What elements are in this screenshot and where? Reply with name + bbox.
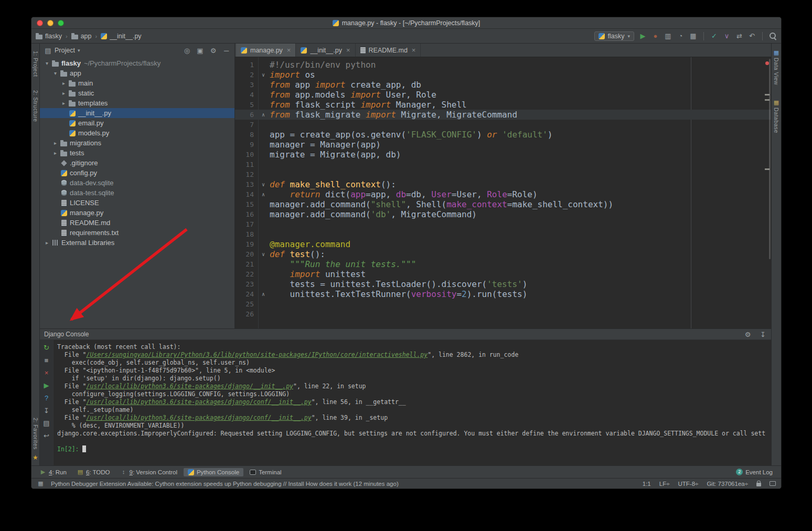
code-line[interactable]: 7 <box>235 120 771 130</box>
stacktrace-link[interactable]: /usr/local/lib/python3.6/site-packages/d… <box>86 414 311 421</box>
scroll-to-bottom-icon[interactable]: ↧ <box>759 331 767 338</box>
tree-item[interactable]: ▸tests <box>40 148 234 158</box>
tree-item[interactable]: config.py <box>40 168 234 178</box>
expander-icon[interactable]: ▸ <box>60 80 68 86</box>
expander-icon[interactable]: ▸ <box>51 140 59 146</box>
code-line[interactable]: 18 <box>235 229 771 239</box>
stop-icon[interactable]: ■ <box>42 357 50 364</box>
tree-item[interactable]: __init__.py <box>40 108 234 118</box>
code-line[interactable]: 26 <box>235 309 771 319</box>
fold-marker-icon[interactable]: ∧ <box>257 289 270 299</box>
stripe-label[interactable]: 2: Structure <box>33 90 39 122</box>
code-line[interactable]: 19@manager.command <box>235 239 771 249</box>
breadcrumb-item[interactable]: flasky <box>36 33 62 40</box>
code-line[interactable]: 14∧ return dict(app=app, db=db, User=Use… <box>235 189 771 199</box>
code-line[interactable]: 22 import unittest <box>235 269 771 279</box>
line-separator[interactable]: LF÷ <box>659 481 670 487</box>
tool-window-button[interactable]: ▤6: TODO <box>73 468 114 476</box>
vcs-compare-icon[interactable]: ⇄ <box>735 33 743 39</box>
code-line[interactable]: 17 <box>235 219 771 229</box>
code-line[interactable]: 3from app import create_app, db <box>235 80 771 90</box>
code-line[interactable]: 21 """Run the unit tests.""" <box>235 259 771 269</box>
code-line[interactable]: 8app = create_app(os.getenv('FLASK_CONFI… <box>235 130 771 140</box>
fold-marker-icon[interactable]: ∨ <box>257 249 270 259</box>
tree-item[interactable]: models.py <box>40 128 234 138</box>
tree-item[interactable]: data-dev.sqlite <box>40 178 234 188</box>
code-line[interactable]: 24∧ unittest.TextTestRunner(verbosity=2)… <box>235 289 771 299</box>
tree-item[interactable]: ▸main <box>40 78 234 88</box>
code-line[interactable]: 20∨def test(): <box>235 249 771 259</box>
stripe-item[interactable]: ▦Data View <box>773 50 781 85</box>
locate-icon[interactable]: ◎ <box>183 47 191 54</box>
code-line[interactable]: 16manager.add_command('db', MigrateComma… <box>235 209 771 219</box>
tree-item[interactable]: ▾flasky~/PycharmProjects/flasky <box>40 58 234 68</box>
console-output[interactable]: Traceback (most recent call last): File … <box>54 340 771 465</box>
chevron-down-icon[interactable]: ▾ <box>78 48 80 53</box>
code-line[interactable]: 13∨def make_shell_context(): <box>235 179 771 189</box>
rerun-icon[interactable]: ↻ <box>42 344 50 351</box>
stripe-item[interactable]: ▦Database <box>773 100 781 133</box>
hide-icon[interactable]: ─ <box>222 47 230 54</box>
stripe-label[interactable]: 1: Project <box>33 51 39 77</box>
tab-close-icon[interactable]: × <box>412 46 416 54</box>
fold-marker-icon[interactable]: ∨ <box>257 179 270 189</box>
code-line[interactable]: 1#!/usr/bin/env python <box>235 60 771 70</box>
git-branch[interactable]: Git: 737061ea÷ <box>707 481 748 487</box>
error-stripe-dot[interactable] <box>765 61 769 65</box>
code-line[interactable]: 12 <box>235 169 771 179</box>
zoom-button[interactable] <box>58 20 64 26</box>
vcs-commit-icon[interactable]: ✓ <box>710 33 718 39</box>
tree-item[interactable]: README.md <box>40 218 234 228</box>
tool-window-switcher-icon[interactable]: ▦ <box>37 481 45 486</box>
project-panel-title[interactable]: Project <box>55 47 75 54</box>
profiler-icon[interactable]: ◔ <box>677 33 685 39</box>
expander-icon[interactable]: ▾ <box>43 60 51 66</box>
code-line[interactable]: 5from flask_script import Manager, Shell <box>235 100 771 110</box>
tool-window-button[interactable]: Python Console <box>184 468 243 476</box>
tool-window-button[interactable]: ↕9: Version Control <box>116 468 181 476</box>
editor[interactable]: 1#!/usr/bin/env python2∨import os3from a… <box>235 57 771 328</box>
tree-item[interactable]: manage.py <box>40 208 234 218</box>
fold-marker-icon[interactable]: ∨ <box>257 70 270 80</box>
breadcrumb-item[interactable]: app <box>71 33 92 40</box>
run-icon[interactable]: ▶ <box>42 382 50 389</box>
breadcrumb-item[interactable]: __init__.py <box>101 33 141 40</box>
run-icon[interactable]: ▶ <box>639 33 647 39</box>
soft-wrap-icon[interactable]: ↩ <box>42 432 50 439</box>
encoding[interactable]: UTF-8÷ <box>678 481 699 487</box>
code-line[interactable]: 9manager = Manager(app) <box>235 140 771 150</box>
debug-icon[interactable]: ● <box>651 33 659 39</box>
tree-item[interactable]: ▸templates <box>40 98 234 108</box>
console-title[interactable]: Django Console <box>44 331 89 338</box>
code-line[interactable]: 2∨import os <box>235 70 771 80</box>
tab-close-icon[interactable]: × <box>346 46 350 54</box>
status-message[interactable]: Python Debugger Extension Available: Cyt… <box>51 481 399 487</box>
tree-item[interactable]: LICENSE <box>40 198 234 208</box>
favorites-star-icon[interactable]: ★ <box>33 454 38 461</box>
stacktrace-link[interactable]: /usr/local/lib/python3.6/site-packages/d… <box>86 398 311 406</box>
stacktrace-link[interactable]: /usr/local/lib/python3.6/site-packages/d… <box>86 383 293 390</box>
code-line[interactable]: 11 <box>235 160 771 169</box>
stripe-label[interactable]: 2: Favorites <box>33 418 39 450</box>
fold-marker-icon[interactable]: ∧ <box>257 110 270 120</box>
editor-scrollbar[interactable] <box>769 59 771 259</box>
scroll-to-end-icon[interactable]: ↧ <box>42 407 50 414</box>
caret-position[interactable]: 1:1 <box>643 481 651 487</box>
minimize-button[interactable] <box>47 20 54 26</box>
vcs-update-icon[interactable]: ∨ <box>723 33 731 39</box>
revert-icon[interactable]: ↶ <box>748 33 756 39</box>
tree-item[interactable]: ▸External Libraries <box>40 238 234 248</box>
tree-item[interactable]: .gitignore <box>40 158 234 168</box>
fold-marker-icon[interactable]: ∧ <box>257 189 270 199</box>
tree-item[interactable]: ▸migrations <box>40 138 234 148</box>
expander-icon[interactable]: ▸ <box>60 90 68 96</box>
tool-window-button[interactable]: 2Event Log <box>732 468 777 476</box>
tool-window-button[interactable]: Terminal <box>245 468 285 476</box>
stacktrace-link[interactable]: /Users/sungingyao/Library/Python/3.6/lib… <box>86 351 428 358</box>
expander-icon[interactable]: ▾ <box>51 70 59 76</box>
background-tasks-icon[interactable] <box>770 481 776 486</box>
coverage-icon[interactable]: ▥ <box>664 33 672 39</box>
expander-icon[interactable]: ▸ <box>51 150 59 156</box>
help-icon[interactable]: ? <box>42 395 50 401</box>
run-configuration-select[interactable]: flasky ▾ <box>594 31 634 41</box>
